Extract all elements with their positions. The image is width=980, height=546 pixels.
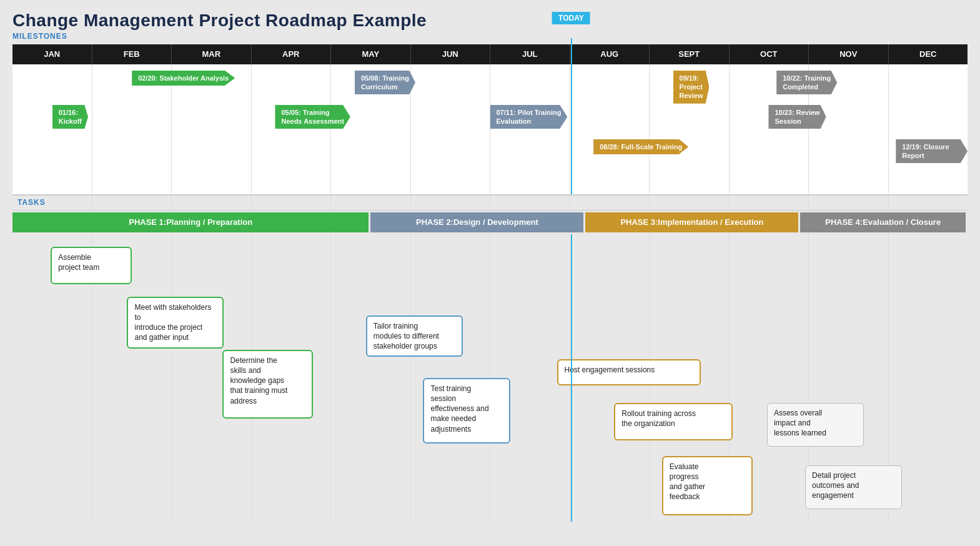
today-label: TODAY [552,12,590,24]
milestone-badge-reviewsession: 10/23: Review Session [768,105,826,129]
task-box-assess: Assess overall impact and lessons learne… [767,403,864,447]
milestone-fullscale: 08/28: Full-Scale Training [593,139,688,154]
milestone-pilot: 07/11: Pilot Training Evaluation [490,105,568,129]
month-cell-feb: FEB [92,44,172,64]
milestone-curriculum: 05/08: Training Curriculum [355,71,415,95]
month-cell-mar: MAR [172,44,252,64]
month-cell-jul: JUL [490,44,570,64]
milestone-reviewsession: 10/23: Review Session [768,105,826,129]
milestone-review: 09/19: Project Review [673,71,710,104]
milestones-area: TODAY 01/16: Kickoff02/20: Stakeholder A… [12,64,968,196]
milestone-completed: 10/22: Training Completed [776,71,837,95]
month-cell-aug: AUG [570,44,650,64]
phases-row: PHASE 1: Planning / PreparationPHASE 2: … [12,211,968,234]
task-box-host: Host engagement sessions [557,359,701,385]
main-container: Change Management Project Roadmap Exampl… [0,0,980,546]
milestone-badge-stakeholder: 02/20: Stakeholder Analysis [132,71,235,86]
milestone-kickoff: 01/16: Kickoff [52,105,88,129]
month-cell-sept: SEPT [650,44,730,64]
milestone-badge-pilot: 07/11: Pilot Training Evaluation [490,105,568,129]
milestones-label: MILESTONES [12,32,968,41]
milestone-badge-completed: 10/22: Training Completed [776,71,837,95]
tasks-label: TASKS [17,198,46,207]
milestone-badge-kickoff: 01/16: Kickoff [52,105,88,129]
milestone-badge-closure: 12/19: Closure Report [896,139,968,164]
timeline: JANFEBMARAPRMAYJUNJULAUGSEPTOCTNOVDEC TO… [12,44,968,522]
task-box-skills: Determine the skills and knowledge gaps … [222,350,313,419]
milestone-badge-needs: 05/05: Training Needs Assessment [275,105,350,129]
phase-bar-green: PHASE 1: Planning / Preparation [12,212,369,232]
month-cell-apr: APR [252,44,332,64]
task-box-test: Test training session effectiveness and … [423,378,510,444]
phase-bar-bluegray: PHASE 2: Design / Development [370,212,583,232]
milestone-badge-review: 09/19: Project Review [673,71,710,104]
phase-bar-gold: PHASE 3: Implementation / Execution [585,212,798,232]
milestone-badge-curriculum: 05/08: Training Curriculum [355,71,415,95]
task-box-detail: Detail project outcomes and engagement [805,465,902,509]
month-cell-oct: OCT [730,44,809,64]
milestone-badge-fullscale: 08/28: Full-Scale Training [593,139,688,154]
task-box-stakeholders: Meet with stakeholders to introduce the … [127,297,224,349]
phase-bar-gray: PHASE 4: Evaluation / Closure [800,212,966,232]
milestone-stakeholder: 02/20: Stakeholder Analysis [132,71,235,86]
tasks-area: Assemble project teamMeet with stakehold… [12,234,968,522]
month-cell-jun: JUN [411,44,491,64]
month-cell-may: MAY [331,44,411,64]
page-title: Change Management Project Roadmap Exampl… [12,11,968,31]
task-box-evaluate: Evaluate progress and gather feedback [662,456,753,515]
task-box-assemble: Assemble project team [51,247,132,284]
today-line: TODAY [571,38,572,194]
task-box-rollout: Rollout training across the organization [614,403,733,440]
milestone-needs: 05/05: Training Needs Assessment [275,105,350,129]
task-box-tailor: Tailor training modules to different sta… [366,315,463,357]
month-cell-jan: JAN [12,44,92,64]
month-cell-dec: DEC [889,44,968,64]
today-line-tasks [571,234,572,522]
month-cell-nov: NOV [809,44,889,64]
months-row: JANFEBMARAPRMAYJUNJULAUGSEPTOCTNOVDEC [12,44,968,64]
milestone-closure: 12/19: Closure Report [896,139,968,164]
tasks-label-row: TASKS [12,196,968,211]
